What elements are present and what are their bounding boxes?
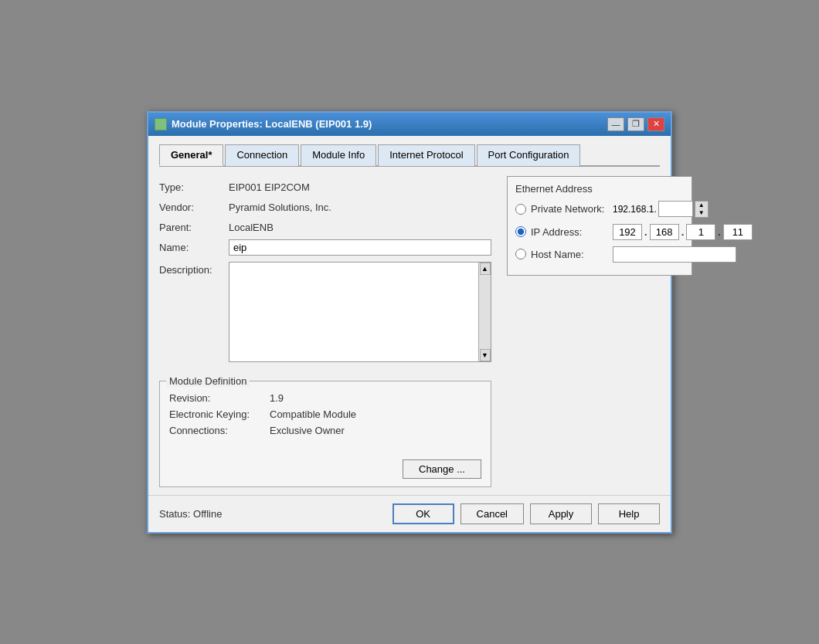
status-value: Offline [193, 508, 222, 520]
tab-port-configuration[interactable]: Port Configuration [477, 144, 581, 166]
minimize-button[interactable]: — [607, 117, 624, 131]
type-label: Type: [159, 179, 229, 193]
ethernet-group-title: Ethernet Address [515, 183, 684, 195]
scroll-up-button[interactable]: ▲ [480, 263, 491, 275]
ethernet-group: Ethernet Address Private Network: 192.16… [507, 176, 692, 276]
description-scrollbar: ▲ ▼ [478, 263, 491, 361]
host-name-label: Host Name: [531, 249, 608, 260]
name-input[interactable] [229, 239, 491, 256]
connections-label: Connections: [169, 425, 270, 436]
tab-internet-protocol[interactable]: Internet Protocol [378, 144, 474, 166]
footer: Status: Offline OK Cancel Apply Help [148, 495, 671, 532]
form-section: Type: EIP001 EIP2COM Vendor: Pyramid Sol… [159, 176, 491, 371]
description-row: Description: ▲ ▼ [159, 262, 491, 362]
title-controls: — ❐ ✕ [607, 117, 664, 131]
type-row: Type: EIP001 EIP2COM [159, 179, 491, 193]
private-network-spinner: ▲ ▼ [695, 201, 709, 218]
private-network-field: 192.168.1. ▲ ▼ [613, 201, 709, 218]
window-content: General* Connection Module Info Internet… [148, 136, 671, 495]
module-definition-content: Revision: 1.9 Electronic Keying: Compati… [169, 392, 481, 479]
host-name-input[interactable] [613, 246, 736, 263]
vendor-row: Vendor: Pyramid Solutions, Inc. [159, 199, 491, 213]
description-label: Description: [159, 262, 229, 276]
revision-value: 1.9 [270, 392, 284, 404]
private-network-prefix: 192.168.1. [613, 204, 657, 215]
host-name-radio[interactable] [515, 249, 526, 259]
help-button[interactable]: Help [598, 503, 660, 524]
revision-row: Revision: 1.9 [169, 392, 481, 404]
electronic-keying-label: Electronic Keying: [169, 408, 270, 420]
ip-seg1-input[interactable] [613, 224, 642, 240]
parent-row: Parent: LocalENB [159, 219, 491, 233]
cancel-button[interactable]: Cancel [460, 503, 524, 524]
scroll-track [479, 275, 491, 349]
tab-module-info[interactable]: Module Info [301, 144, 376, 166]
window-icon [155, 118, 167, 130]
private-network-radio[interactable] [515, 204, 526, 215]
ip-dot-3: . [718, 226, 721, 238]
ip-seg2-input[interactable] [650, 224, 679, 240]
electronic-keying-row: Electronic Keying: Compatible Module [169, 408, 481, 420]
private-network-row: Private Network: 192.168.1. ▲ ▼ [515, 201, 684, 218]
change-btn-row: Change ... [169, 459, 481, 479]
private-network-label: Private Network: [531, 203, 608, 215]
main-window: Module Properties: LocalENB (EIP001 1.9)… [147, 111, 672, 534]
connections-value: Exclusive Owner [270, 425, 345, 436]
spinner-down-button[interactable]: ▼ [695, 209, 708, 217]
ip-seg4-input[interactable] [723, 224, 753, 240]
ip-field-group: . . . [613, 224, 753, 240]
module-definition-title: Module Definition [166, 375, 250, 387]
private-network-input[interactable] [658, 201, 693, 217]
module-definition-box: Module Definition Revision: 1.9 Electron… [159, 381, 491, 487]
parent-value: LocalENB [229, 219, 274, 233]
change-button[interactable]: Change ... [403, 459, 481, 479]
tab-general[interactable]: General* [159, 144, 223, 166]
tab-connection[interactable]: Connection [225, 144, 299, 166]
restore-button[interactable]: ❐ [627, 117, 644, 131]
ip-dot-2: . [681, 226, 685, 238]
spinner-up-button[interactable]: ▲ [695, 202, 708, 209]
connections-row: Connections: Exclusive Owner [169, 425, 481, 436]
ip-address-row: IP Address: . . . [515, 224, 684, 240]
vendor-value: Pyramid Solutions, Inc. [229, 199, 331, 213]
name-row: Name: [159, 239, 491, 256]
status-label: Status: [159, 508, 190, 520]
ip-dot-1: . [644, 226, 647, 238]
tab-bar: General* Connection Module Info Internet… [159, 144, 660, 167]
title-bar: Module Properties: LocalENB (EIP001 1.9)… [148, 113, 671, 136]
type-value: EIP001 EIP2COM [229, 179, 310, 193]
status-area: Status: Offline [159, 508, 393, 520]
apply-button[interactable]: Apply [530, 503, 592, 524]
main-body: Type: EIP001 EIP2COM Vendor: Pyramid Sol… [159, 176, 660, 487]
window-title: Module Properties: LocalENB (EIP001 1.9) [172, 118, 372, 130]
footer-buttons: OK Cancel Apply Help [393, 503, 660, 524]
right-panel: Ethernet Address Private Network: 192.16… [507, 176, 692, 487]
description-input[interactable]: ▲ ▼ [229, 262, 491, 362]
electronic-keying-value: Compatible Module [270, 408, 356, 420]
connections-list: Exclusive Owner [270, 425, 345, 436]
ip-address-radio[interactable] [515, 226, 526, 237]
name-label: Name: [159, 239, 229, 253]
ok-button[interactable]: OK [393, 503, 454, 524]
host-name-row: Host Name: [515, 246, 684, 263]
left-panel: Type: EIP001 EIP2COM Vendor: Pyramid Sol… [159, 176, 491, 487]
ip-seg3-input[interactable] [686, 224, 715, 240]
vendor-label: Vendor: [159, 199, 229, 213]
scroll-down-button[interactable]: ▼ [480, 349, 491, 361]
ip-address-label: IP Address: [531, 226, 608, 238]
close-button[interactable]: ✕ [647, 117, 664, 131]
revision-label: Revision: [169, 392, 270, 404]
parent-label: Parent: [159, 219, 229, 233]
